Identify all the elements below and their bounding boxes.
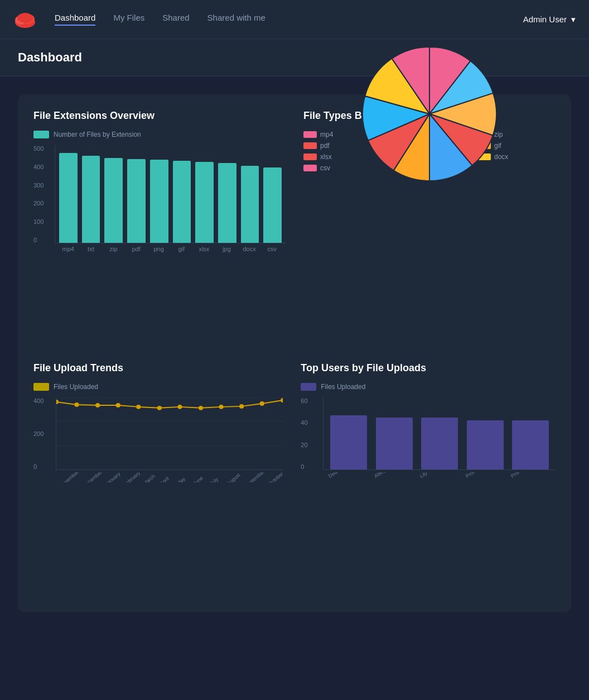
users-legend-label: Files Uploaded	[321, 383, 365, 391]
user-bar-lily	[419, 397, 460, 469]
bar-csv	[262, 145, 283, 243]
chevron-down-icon: ▾	[571, 15, 576, 25]
users-y-axis: 60 40 20 0	[301, 397, 307, 470]
svg-point-9	[95, 403, 100, 407]
main-content: File Extensions Overview Number of Files…	[0, 76, 589, 630]
bar-zip	[103, 145, 124, 243]
bar-xlsx	[194, 145, 215, 243]
svg-point-12	[157, 406, 162, 410]
bar-legend-color	[33, 131, 49, 138]
top-users-chart: Top Users by File Uploads Files Uploaded…	[301, 362, 556, 597]
svg-point-11	[136, 405, 141, 409]
user-bar-carmela	[465, 397, 506, 469]
top-users-title: Top Users by File Uploads	[301, 362, 556, 374]
app-logo[interactable]	[13, 8, 37, 31]
bar-chart-legend: Number of Files by Extension	[33, 131, 286, 138]
navbar: Dashboard My Files Shared Shared with me…	[0, 0, 589, 39]
bar-mp4	[57, 145, 79, 243]
nav-myfiles[interactable]: My Files	[113, 13, 144, 26]
pie-chart	[357, 41, 502, 186]
svg-point-13	[177, 405, 182, 409]
top-charts-grid: File Extensions Overview Number of Files…	[33, 110, 556, 344]
nav-shared[interactable]: Shared	[162, 13, 189, 26]
line-legend-label: Files Uploaded	[54, 383, 98, 391]
user-name: Admin User	[523, 15, 567, 24]
y-axis: 500 400 300 200 100 0	[33, 145, 44, 243]
svg-point-3	[17, 13, 33, 23]
users-x-labels: Deanna Berge Abbigail Jacobs PhD Lily Pa…	[323, 472, 556, 480]
bar-chart-bars	[55, 145, 286, 243]
bar-txt	[80, 145, 102, 243]
user-bar-abbigail	[374, 397, 415, 469]
svg-point-7	[56, 400, 59, 404]
file-types-chart: File Types Breakdown mp4 txt zip	[303, 110, 556, 344]
line-chart-svg	[56, 397, 283, 470]
user-bar-deanna	[328, 397, 369, 469]
bar-legend-label: Number of Files by Extension	[54, 131, 141, 138]
svg-point-14	[199, 406, 203, 410]
nav-shared-with-me[interactable]: Shared with me	[207, 13, 265, 26]
svg-point-17	[260, 401, 264, 406]
svg-point-15	[219, 405, 224, 409]
lower-charts-grid: File Upload Trends Files Uploaded 400 20…	[33, 362, 556, 597]
x-axis-labels: mp4 txt zip pdf png gif xlsx jpg docx cs…	[55, 246, 286, 252]
svg-point-10	[116, 403, 120, 407]
file-extensions-title: File Extensions Overview	[33, 110, 286, 122]
bar-pdf	[125, 145, 147, 243]
svg-point-18	[281, 398, 283, 402]
bar-gif	[171, 145, 193, 243]
top-users-chart-container: 60 40 20 0	[301, 397, 556, 480]
user-menu[interactable]: Admin User ▾	[523, 15, 576, 25]
bar-docx	[239, 145, 261, 243]
svg-point-8	[75, 402, 79, 407]
file-extensions-chart: File Extensions Overview Number of Files…	[33, 110, 286, 344]
bar-png	[148, 145, 170, 243]
user-bar-ernie	[510, 397, 551, 469]
line-y-axis: 400 200 0	[33, 397, 44, 470]
line-chart-container: 400 200 0	[33, 397, 283, 482]
line-x-labels: November December January February March…	[56, 472, 283, 482]
line-legend-color	[33, 383, 49, 391]
upload-trends-title: File Upload Trends	[33, 362, 283, 374]
top-users-legend: Files Uploaded	[301, 383, 556, 391]
dashboard-card: File Extensions Overview Number of Files…	[18, 94, 571, 612]
nav-links: Dashboard My Files Shared Shared with me	[55, 13, 523, 26]
users-legend-color	[301, 383, 316, 391]
nav-dashboard[interactable]: Dashboard	[55, 13, 95, 26]
bar-jpg	[216, 145, 238, 243]
users-bars	[323, 397, 556, 470]
svg-point-16	[239, 404, 244, 409]
upload-trends-chart: File Upload Trends Files Uploaded 400 20…	[33, 362, 283, 597]
line-chart-legend: Files Uploaded	[33, 383, 283, 391]
